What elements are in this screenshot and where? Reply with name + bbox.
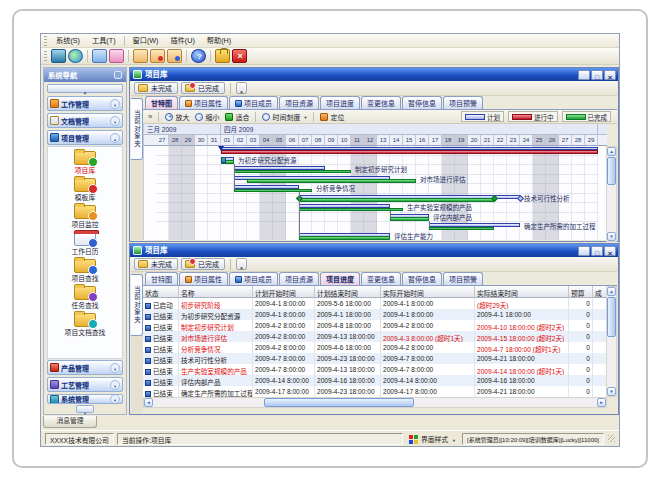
sidebar-group-0[interactable]: 工作管理 [47, 96, 123, 111]
chevron-down-icon[interactable] [110, 363, 120, 373]
interface-style-dropdown[interactable]: 界面样式 [406, 433, 459, 445]
tab-gantt[interactable]: 甘特图 [145, 272, 178, 285]
toolbar-lock-icon[interactable] [215, 49, 230, 63]
table-row[interactable]: 已结束技术可行性分析2009-4-7 8:00:002009-4-23 18:0… [143, 353, 607, 364]
scroll-down-button[interactable]: ▼ [607, 387, 616, 396]
sidebar-group-bottom-2[interactable]: 系统管理 [47, 394, 123, 404]
filter-unfinished-button[interactable]: 未完成 [134, 82, 178, 94]
menu-item-4[interactable]: 帮助(H) [201, 34, 237, 47]
sidebar-overflow-button[interactable] [76, 405, 94, 413]
filter-unfinished-button[interactable]: 未完成 [134, 258, 178, 270]
resize-grip[interactable] [608, 435, 615, 442]
scroll-up-button[interactable]: ▲ [607, 287, 616, 296]
toolbar-globe-icon[interactable] [68, 49, 83, 63]
toolbar-help-icon[interactable] [191, 49, 206, 63]
restore-button[interactable] [591, 246, 603, 256]
current-object-tab[interactable]: 当前对象夹 [131, 98, 143, 160]
column-header-7[interactable]: 成 [593, 286, 607, 298]
sidebar-group-bottom-0[interactable]: 产品管理 [47, 360, 123, 375]
menu-item-0[interactable]: 系统(S) [50, 34, 86, 47]
chevron-down-icon[interactable] [110, 394, 120, 404]
tab-progress[interactable]: 项目进度 [320, 272, 360, 285]
sidebar-group-2[interactable]: 项目管理 [47, 130, 123, 145]
scroll-down-button[interactable]: ▼ [607, 232, 616, 241]
menu-item-3[interactable]: 插件(U) [164, 34, 200, 47]
chevron-down-icon[interactable] [110, 116, 120, 126]
gantt-progress-bar[interactable] [221, 150, 598, 155]
table-vertical-scrollbar[interactable]: ▲ ▼ [606, 286, 617, 397]
table-row[interactable]: 已结束对市场进行评估2009-4-2 8:00:002009-4-13 18:0… [143, 331, 607, 342]
gantt-done-bar[interactable] [247, 179, 416, 183]
gantt-done-bar[interactable] [299, 198, 494, 202]
toolbar-computer-icon[interactable] [51, 49, 66, 63]
column-header-1[interactable]: 名称 [179, 286, 253, 298]
scroll-up-button[interactable]: ▲ [607, 147, 616, 156]
column-header-0[interactable]: 状态 [143, 286, 179, 298]
close-button[interactable] [604, 70, 616, 80]
tab-alerts[interactable]: 项目预警 [443, 96, 483, 109]
table-row[interactable]: 已结束分析竞争情况2009-4-2 8:00:002009-4-6 18:00:… [143, 342, 607, 353]
filter-dropdown-button[interactable] [236, 258, 247, 270]
menu-item-2[interactable]: 窗口(W) [127, 34, 165, 47]
filter-finished-button[interactable]: 已完成 [181, 258, 225, 270]
sidebar-group-1[interactable]: 文档管理 [47, 113, 123, 128]
tab-members[interactable]: 项目成员 [229, 272, 278, 285]
sidebar-item-template-library[interactable]: 模板库 [74, 178, 96, 201]
toolbar-folder-blue-icon[interactable] [92, 49, 107, 63]
toolbar-stop-icon[interactable] [232, 49, 247, 63]
tab-changes[interactable]: 变更信息 [361, 272, 401, 285]
fit-button[interactable]: 适合 [222, 111, 252, 123]
minimize-button[interactable] [578, 246, 590, 256]
toolbar-grip[interactable] [44, 51, 47, 61]
zoom-in-button[interactable]: 放大 [162, 111, 192, 123]
gantt-done-bar[interactable] [429, 227, 494, 231]
sidebar-item-project-search[interactable]: 项目查找 [71, 259, 98, 282]
toolbar-folder-pink-icon[interactable] [109, 49, 124, 63]
tab-members[interactable]: 项目成员 [229, 96, 278, 109]
pin-icon[interactable] [114, 71, 122, 79]
close-button[interactable] [604, 246, 616, 256]
filter-finished-button[interactable]: 已完成 [181, 82, 225, 94]
restore-button[interactable] [591, 70, 603, 80]
message-management-tab[interactable]: 消息管理 [43, 416, 97, 428]
chevron-down-icon[interactable] [110, 380, 120, 390]
tab-changes[interactable]: 变更信息 [361, 96, 401, 109]
column-header-3[interactable]: 计划结束时间 [315, 286, 381, 298]
tab-pauses[interactable]: 暂停信息 [402, 272, 442, 285]
toolbar-mail-note-icon[interactable] [167, 49, 182, 63]
gantt-done-bar[interactable] [234, 189, 312, 193]
table-row[interactable]: 已结束制定初步研究计划2009-4-2 8:00:002009-4-8 18:0… [143, 320, 607, 331]
column-header-6[interactable]: 预算 [569, 286, 593, 298]
gantt-done-bar[interactable] [390, 217, 429, 221]
table-row[interactable]: 已结束生产实验室规模的产品2009-4-7 8:00:002009-4-13 1… [143, 364, 607, 375]
table-row[interactable]: 已结束确定生产所需的加工过程2009-4-17 8:00:002009-4-23… [143, 386, 607, 397]
scroll-thumb[interactable] [607, 297, 616, 337]
toolbar-mail-report-icon[interactable] [150, 49, 165, 63]
table-row[interactable]: 已结束为初步研究分配资源2009-4-1 8:00:002009-4-1 18:… [143, 309, 607, 320]
time-scale-button[interactable]: 时间刻度 [259, 111, 310, 123]
toolbar-mail-icon[interactable] [133, 49, 148, 63]
filter-dropdown-button[interactable] [236, 82, 247, 94]
zoom-out-button[interactable]: 缩小 [192, 111, 222, 123]
current-object-tab[interactable]: 当前对象夹 [131, 274, 143, 336]
scroll-thumb[interactable] [264, 398, 414, 407]
tab-resources[interactable]: 项目资源 [279, 272, 319, 285]
sidebar-item-project-doc-search[interactable]: 项目文档查找 [65, 313, 106, 336]
scroll-left-button[interactable]: ◄ [144, 398, 153, 407]
table-row[interactable]: 已结束评估内部产品2009-4-14 8:00:002009-4-16 18:0… [143, 375, 607, 386]
tab-properties[interactable]: 项目属性 [179, 272, 228, 285]
tab-properties[interactable]: 项目属性 [179, 96, 228, 109]
scroll-right-button[interactable]: ► [597, 398, 606, 407]
tab-alerts[interactable]: 项目预警 [443, 272, 483, 285]
table-row[interactable]: 已启动初步研究阶段2009-4-1 8:00:002009-5-6 18:00:… [143, 298, 607, 309]
menu-item-1[interactable]: 工具(T) [86, 34, 122, 47]
table-horizontal-scrollbar[interactable]: ◄ ► [143, 397, 607, 408]
tab-pauses[interactable]: 暂停信息 [402, 96, 442, 109]
tab-progress[interactable]: 项目进度 [320, 96, 360, 109]
gantt-done-bar[interactable] [299, 236, 390, 240]
sidebar-item-project-library[interactable]: 项目库 [74, 151, 96, 174]
menubar-grip[interactable] [44, 36, 47, 46]
gantt-vertical-scrollbar[interactable]: ▲ ▼ [606, 146, 617, 242]
tab-gantt[interactable]: 甘特图 [145, 96, 178, 109]
sidebar-item-work-calendar[interactable]: 工作日历 [71, 232, 98, 255]
